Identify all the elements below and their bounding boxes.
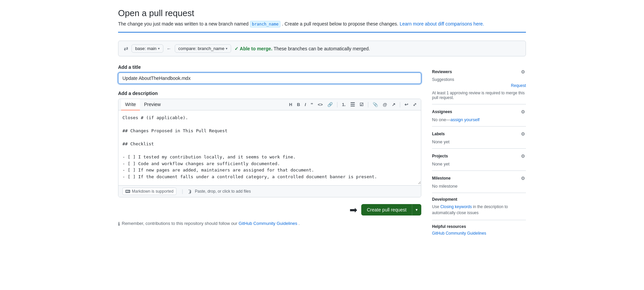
assign-yourself-link[interactable]: assign yourself xyxy=(450,117,480,122)
compare-branch-label: compare: branch_name xyxy=(178,46,224,51)
reviewers-gear-button[interactable]: ⚙ xyxy=(520,68,526,75)
mention-btn[interactable]: @ xyxy=(381,101,389,108)
italic-btn[interactable]: I xyxy=(303,101,308,108)
milestone-value: No milestone xyxy=(432,184,526,189)
markdown-badge: Markdown is supported xyxy=(122,188,176,195)
create-btn-group: Create pull request ▾ xyxy=(361,204,421,215)
projects-sidebar-item: Projects ⚙ None yet xyxy=(432,149,526,171)
task-list-btn[interactable]: ☑ xyxy=(358,101,365,108)
labels-value: None yet xyxy=(432,139,526,144)
assignees-value: No one—assign yourself xyxy=(432,117,526,122)
development-sidebar-item: Development Use Closing keywords in the … xyxy=(432,193,526,220)
title-label: Add a title xyxy=(118,64,421,70)
maximize-btn[interactable]: ⤢ xyxy=(411,101,418,108)
closing-keywords-link[interactable]: Closing keywords xyxy=(440,204,472,209)
milestone-sidebar-item: Milestone ⚙ No milestone xyxy=(432,171,526,193)
projects-title: Projects xyxy=(432,154,448,158)
merge-bar: ⇄ base: main ▾ ← compare: branch_name ▾ … xyxy=(118,41,526,56)
assignees-header: Assignees ⚙ xyxy=(432,108,526,115)
assignees-sidebar-item: Assignees ⚙ No one—assign yourself xyxy=(432,104,526,127)
form-section: Add a title Add a description Write Prev… xyxy=(118,64,421,227)
description-label: Add a description xyxy=(118,91,421,96)
reviewers-title: Reviewers xyxy=(432,69,452,74)
title-group: Add a title xyxy=(118,64,421,84)
learn-more-link[interactable]: Learn more about diff comparisons here. xyxy=(399,21,484,27)
base-branch-label: base: main xyxy=(135,46,157,51)
helpful-title: Helpful resources xyxy=(432,224,526,229)
page-title: Open a pull request xyxy=(118,8,526,18)
development-title: Development xyxy=(432,197,526,202)
write-tab[interactable]: Write xyxy=(121,99,140,110)
reviewers-request-link[interactable]: Request xyxy=(432,83,526,88)
markdown-icon xyxy=(125,189,130,194)
file-drop-text: Paste, drop, or click to add files xyxy=(189,189,251,194)
assignees-no-one: No one— xyxy=(432,117,450,122)
base-branch-caret-icon: ▾ xyxy=(158,47,160,50)
heading-btn[interactable]: H xyxy=(287,101,294,108)
undo-btn[interactable]: ↩ xyxy=(403,101,410,108)
subtitle-middle: . Create a pull request below to propose… xyxy=(282,21,398,27)
development-text-prefix: Use xyxy=(432,204,439,209)
milestone-header: Milestone ⚙ xyxy=(432,175,526,182)
editor-footer: Markdown is supported | Paste, drop, or … xyxy=(118,185,421,197)
link-btn[interactable]: 🔗 xyxy=(326,101,334,108)
labels-header: Labels ⚙ xyxy=(432,131,526,137)
sidebar-section: Reviewers ⚙ Suggestions Request At least… xyxy=(432,64,526,240)
file-drop-divider: | xyxy=(182,189,183,194)
description-group: Add a description Write Preview H B I " … xyxy=(118,91,421,197)
submit-row: ➡ Create pull request ▾ xyxy=(118,204,421,215)
projects-gear-button[interactable]: ⚙ xyxy=(520,153,526,159)
community-guidelines-link-sidebar[interactable]: GitHub Community Guidelines xyxy=(432,231,526,236)
attach-btn[interactable]: 📎 xyxy=(371,101,380,108)
code-btn[interactable]: <> xyxy=(316,101,324,108)
reviewers-header: Reviewers ⚙ xyxy=(432,68,526,75)
create-pull-request-dropdown-button[interactable]: ▾ xyxy=(412,204,421,215)
development-text: Use Closing keywords in the description … xyxy=(432,204,526,216)
main-layout: Add a title Add a description Write Prev… xyxy=(118,64,526,240)
remember-suffix: . xyxy=(299,221,300,226)
create-pull-request-button[interactable]: Create pull request xyxy=(361,204,412,215)
compare-branch-caret-icon: ▾ xyxy=(226,47,227,50)
preview-tab[interactable]: Preview xyxy=(140,99,165,110)
milestone-gear-button[interactable]: ⚙ xyxy=(520,175,526,182)
arrow-indicator: ➡ xyxy=(350,204,357,215)
subtitle-text: The change you just made was written to … xyxy=(118,21,249,27)
assignees-gear-button[interactable]: ⚙ xyxy=(520,108,526,115)
description-textarea[interactable]: Closes # (if applicable). ## Changes Pro… xyxy=(118,110,421,184)
compare-branch-selector[interactable]: compare: branch_name ▾ xyxy=(175,44,231,53)
labels-sidebar-item: Labels ⚙ None yet xyxy=(432,127,526,149)
merge-status: ✓ Able to merge. These branches can be a… xyxy=(234,46,370,51)
unordered-list-btn[interactable]: ☰ xyxy=(348,101,357,109)
labels-title: Labels xyxy=(432,132,445,136)
editor-body: Closes # (if applicable). ## Changes Pro… xyxy=(118,110,421,185)
page-subtitle: The change you just made was written to … xyxy=(118,21,526,27)
ordered-list-btn[interactable]: 1. xyxy=(340,101,347,108)
branch-name-badge: branch_name xyxy=(250,21,280,28)
markdown-badge-text: Markdown is supported xyxy=(132,189,173,194)
reviewers-note: At least 1 approving review is required … xyxy=(432,91,526,100)
tab-group: Write Preview xyxy=(121,99,165,110)
blue-divider xyxy=(118,32,526,33)
reviewers-sub-label: Suggestions xyxy=(432,77,526,82)
helpful-sidebar-item: Helpful resources GitHub Community Guide… xyxy=(432,220,526,240)
projects-header: Projects ⚙ xyxy=(432,153,526,159)
merge-status-bold: Able to merge. xyxy=(240,46,272,51)
toolbar-divider-3 xyxy=(400,102,400,107)
editor-container: Write Preview H B I " <> 🔗 1. ☰ xyxy=(118,99,421,197)
direction-icon: ← xyxy=(167,46,171,51)
info-icon: ℹ xyxy=(118,221,120,227)
compare-icon: ⇄ xyxy=(124,45,128,52)
assignees-title: Assignees xyxy=(432,109,452,114)
projects-value: None yet xyxy=(432,161,526,166)
title-input[interactable] xyxy=(118,72,421,84)
toolbar-divider-1 xyxy=(337,102,337,107)
toolbar-divider-2 xyxy=(368,102,368,107)
reference-btn[interactable]: ↗ xyxy=(390,101,397,108)
create-caret-icon: ▾ xyxy=(416,207,418,212)
community-guidelines-link-main[interactable]: GitHub Community Guidelines xyxy=(238,221,297,226)
quote-btn[interactable]: " xyxy=(309,101,315,108)
base-branch-selector[interactable]: base: main ▾ xyxy=(131,44,163,53)
labels-gear-button[interactable]: ⚙ xyxy=(520,131,526,137)
bold-btn[interactable]: B xyxy=(295,101,302,108)
milestone-title: Milestone xyxy=(432,176,450,181)
